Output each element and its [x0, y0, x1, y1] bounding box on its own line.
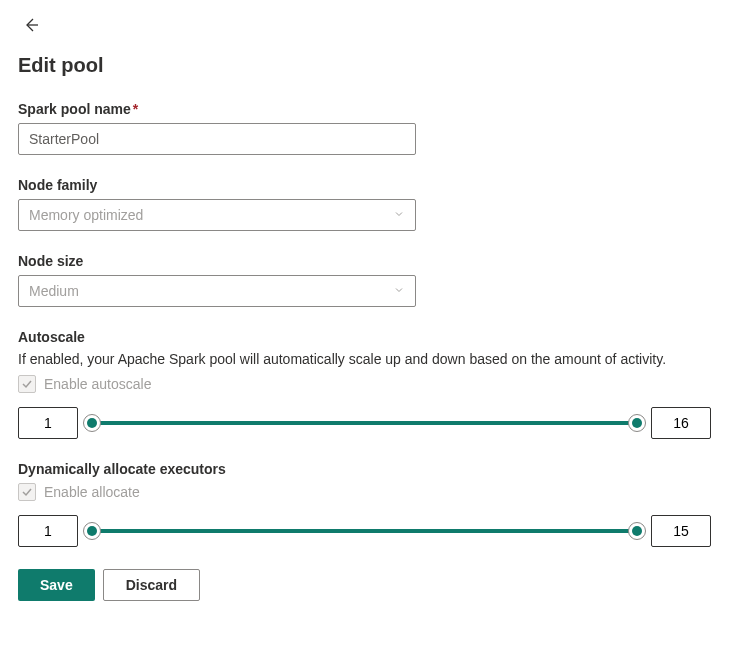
- executors-max-thumb[interactable]: [628, 522, 646, 540]
- executors-label: Dynamically allocate executors: [18, 461, 711, 477]
- executors-min-input[interactable]: [18, 515, 78, 547]
- autoscale-min-thumb[interactable]: [83, 414, 101, 432]
- slider-track: [92, 529, 637, 533]
- check-icon: [21, 486, 33, 498]
- chevron-down-icon: [393, 283, 405, 299]
- pool-name-label: Spark pool name*: [18, 101, 711, 117]
- pool-name-input[interactable]: [29, 131, 405, 147]
- autoscale-slider[interactable]: [92, 414, 637, 432]
- node-family-value: Memory optimized: [29, 207, 143, 223]
- node-family-select[interactable]: Memory optimized: [18, 199, 416, 231]
- node-size-select[interactable]: Medium: [18, 275, 416, 307]
- save-button[interactable]: Save: [18, 569, 95, 601]
- autoscale-checkbox-label: Enable autoscale: [44, 376, 151, 392]
- executors-checkbox[interactable]: [18, 483, 36, 501]
- autoscale-max-input[interactable]: [651, 407, 711, 439]
- executors-slider[interactable]: [92, 522, 637, 540]
- autoscale-max-thumb[interactable]: [628, 414, 646, 432]
- autoscale-label: Autoscale: [18, 329, 711, 345]
- required-indicator: *: [133, 101, 138, 117]
- executors-checkbox-label: Enable allocate: [44, 484, 140, 500]
- check-icon: [21, 378, 33, 390]
- node-size-label: Node size: [18, 253, 711, 269]
- discard-button[interactable]: Discard: [103, 569, 200, 601]
- arrow-left-icon: [22, 16, 40, 34]
- autoscale-checkbox[interactable]: [18, 375, 36, 393]
- pool-name-input-wrap: [18, 123, 416, 155]
- node-size-value: Medium: [29, 283, 79, 299]
- page-title: Edit pool: [18, 54, 711, 77]
- executors-max-input[interactable]: [651, 515, 711, 547]
- slider-track: [92, 421, 637, 425]
- back-button[interactable]: [18, 12, 44, 38]
- chevron-down-icon: [393, 207, 405, 223]
- node-family-label: Node family: [18, 177, 711, 193]
- executors-min-thumb[interactable]: [83, 522, 101, 540]
- autoscale-min-input[interactable]: [18, 407, 78, 439]
- autoscale-help: If enabled, your Apache Spark pool will …: [18, 351, 711, 367]
